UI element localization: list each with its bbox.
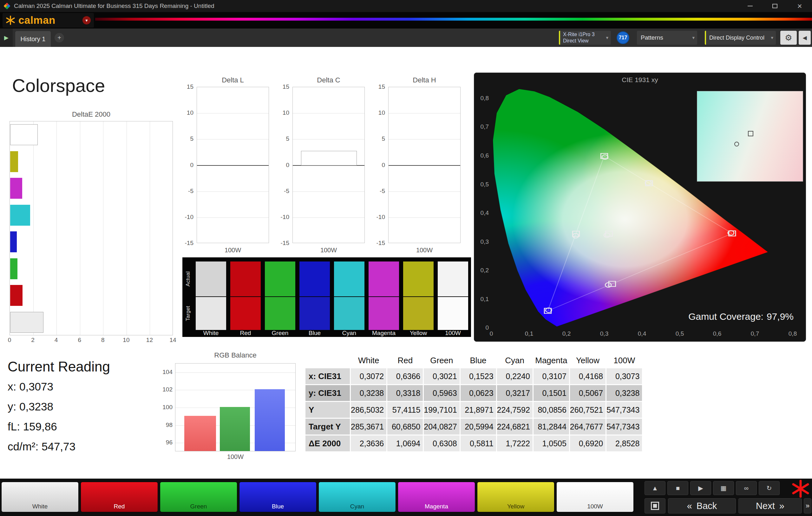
- pattern-button-cyan[interactable]: Cyan: [318, 482, 396, 512]
- gridline: [126, 121, 127, 335]
- table-row[interactable]: y: CIE310,32380,33180,59630,06230,32170,…: [306, 385, 642, 401]
- back-label: Back: [697, 501, 717, 511]
- axis-tick-label: 0,7: [475, 123, 489, 130]
- table-cell: 80,0856: [533, 402, 569, 418]
- deltae2000-chart-title: DeltaE 2000: [9, 110, 173, 119]
- stop-button[interactable]: ■: [667, 481, 688, 495]
- axis-tick-label: 8: [98, 337, 107, 343]
- axis-tick-label: -15: [177, 240, 194, 247]
- pattern-button-label: Red: [81, 503, 157, 510]
- chevron-right-double-icon: »: [806, 502, 809, 510]
- axis-tick-label: 96: [155, 439, 173, 446]
- next-button[interactable]: Next »: [738, 498, 802, 513]
- table-col-header-green: Green: [424, 354, 459, 367]
- axis-tick-label: 98: [155, 422, 173, 428]
- pattern-button-blue[interactable]: Blue: [239, 482, 317, 512]
- swatch-column-label: Yellow: [403, 330, 434, 337]
- pattern-button-white[interactable]: White: [1, 482, 79, 512]
- rgb-bar-blue: [255, 389, 285, 451]
- meter-dropdown-label: X-Rite i1Pro 3 Direct View: [560, 31, 595, 44]
- gamut-coverage-label: Gamut Coverage:97,9%: [685, 311, 793, 322]
- table-cell: 0,3107: [533, 368, 569, 384]
- del​ta-l-x-label: 100W: [197, 247, 269, 254]
- axis-tick-label: 100: [155, 404, 173, 411]
- more-button[interactable]: »: [804, 498, 811, 513]
- settings-button[interactable]: ⚙: [780, 31, 797, 45]
- calman-wordmark: calman: [19, 14, 56, 26]
- gridline: [197, 217, 269, 218]
- table-cell: 260,7521: [570, 402, 606, 418]
- pattern-button-label: Magenta: [398, 503, 475, 510]
- axis-tick-label: 10: [177, 109, 194, 116]
- pattern-button-label: Green: [160, 503, 237, 510]
- minimize-button[interactable]: [738, 0, 762, 12]
- swatch-column-label: White: [196, 330, 226, 337]
- swatch-target-red: [230, 297, 261, 330]
- swatch-column-label: Blue: [299, 330, 330, 337]
- refresh-button[interactable]: ↻: [759, 481, 780, 495]
- loop-icon: ∞: [744, 485, 749, 492]
- patterns-dropdown[interactable]: Patterns ▾: [637, 31, 697, 45]
- delta-h-chart-title: Delta H: [388, 76, 461, 84]
- swatch-target-white: [196, 297, 226, 330]
- table-row-label: Y: [306, 402, 350, 418]
- table-row[interactable]: Target Y285,367160,6850204,082720,599422…: [306, 419, 642, 434]
- table-cell: 547,7343: [606, 402, 642, 418]
- deltae2000-plot: [9, 121, 173, 335]
- table-cell: 0,5963: [424, 385, 459, 401]
- eject-button[interactable]: ▲: [644, 481, 665, 495]
- play-button[interactable]: ▶: [690, 481, 711, 495]
- logo-bar: calman ▾: [0, 12, 812, 29]
- pattern-bar: « Back Next » » WhiteRedGreenBlueCyanMag…: [0, 479, 812, 516]
- pattern-button-100w[interactable]: 100W: [556, 482, 634, 512]
- pattern-button-green[interactable]: Green: [160, 482, 237, 512]
- table-corner: [306, 354, 350, 367]
- save-button[interactable]: ▦: [713, 481, 734, 495]
- meter-status-badge[interactable]: 717: [617, 31, 629, 44]
- page-title: Colorspace: [12, 75, 105, 96]
- target-row-label: Target: [185, 306, 191, 321]
- table-cell: 0,6920: [570, 435, 606, 451]
- axis-tick-label: 5: [177, 135, 194, 142]
- back-button[interactable]: « Back: [668, 498, 736, 513]
- display-control-label: Direct Display Control: [706, 35, 764, 41]
- maximize-button[interactable]: [762, 0, 787, 12]
- axis-tick-label: 102: [155, 386, 173, 393]
- gridline: [293, 191, 365, 192]
- expand-panel-button[interactable]: ▶: [0, 29, 13, 47]
- pattern-button-yellow[interactable]: Yellow: [477, 482, 554, 512]
- pattern-button-magenta[interactable]: Magenta: [398, 482, 475, 512]
- add-tab-button[interactable]: +: [55, 33, 64, 42]
- gridline: [103, 121, 104, 335]
- swatch-actual-white: [196, 262, 226, 296]
- table-cell: 204,0827: [424, 419, 459, 434]
- table-row[interactable]: ΔE 20002,36361,06940,63080,58111,72221,0…: [306, 435, 642, 451]
- delta-c-plot: [292, 87, 365, 243]
- table-row-label: Target Y: [306, 419, 350, 434]
- reading-fl: fL: 159,86: [8, 420, 57, 433]
- swatch-target-cyan: [334, 297, 365, 330]
- table-cell: 60,6850: [387, 419, 423, 434]
- collapse-toolbar-button[interactable]: ◀: [799, 31, 811, 45]
- close-button[interactable]: ×: [787, 0, 812, 12]
- alert-asterisk-icon: [792, 480, 809, 499]
- axis-tick-label: 0: [483, 330, 499, 337]
- axis-tick-label: -15: [273, 240, 289, 247]
- loop-button[interactable]: ∞: [736, 481, 757, 495]
- axis-tick-label: 15: [177, 83, 194, 90]
- meter-dropdown[interactable]: X-Rite i1Pro 3 Direct View ▾: [559, 31, 611, 45]
- tab-history-1[interactable]: History 1: [15, 31, 51, 47]
- table-cell: 0,6366: [387, 368, 423, 384]
- axis-tick-label: 0: [273, 162, 289, 169]
- logo-menu-button[interactable]: ▾: [83, 16, 91, 24]
- table-row[interactable]: x: CIE310,30720,63660,30210,15230,22400,…: [306, 368, 642, 384]
- deltae-bar-cyan: [10, 205, 30, 226]
- pattern-window-button[interactable]: [644, 498, 665, 513]
- swatch-column-label: Red: [230, 330, 261, 337]
- chevron-down-icon: ▾: [606, 35, 608, 40]
- swatch-column-label: 100W: [438, 330, 468, 337]
- pattern-button-red[interactable]: Red: [81, 482, 158, 512]
- table-row[interactable]: Y286,503257,4115199,710121,8971224,75928…: [306, 402, 642, 418]
- display-control-dropdown[interactable]: Direct Display Control ▾: [705, 31, 776, 45]
- table-cell: 0,3073: [606, 368, 642, 384]
